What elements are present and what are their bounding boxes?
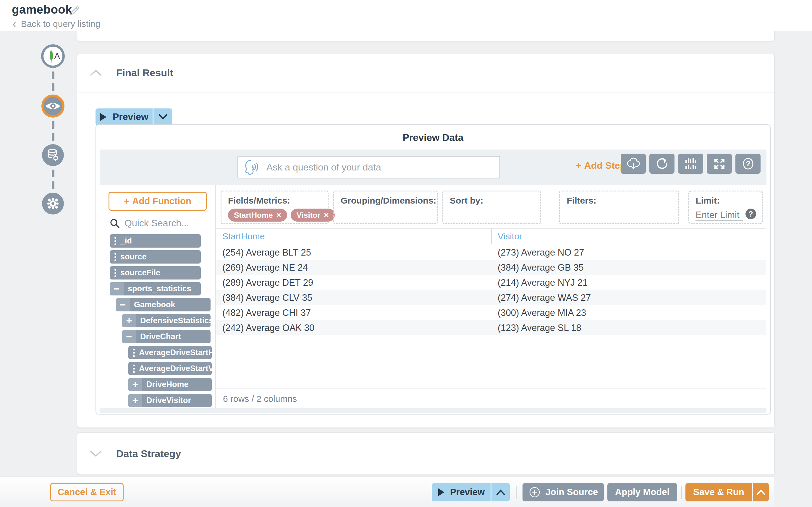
- expand-chevron-down-icon[interactable]: [90, 450, 102, 457]
- save-run-expand-button[interactable]: [753, 483, 769, 501]
- table-cell: (384) Average GB 35: [492, 260, 584, 275]
- save-run-button[interactable]: Save & Run: [686, 483, 752, 501]
- stepper-settings[interactable]: [42, 192, 64, 215]
- reset-icon: [656, 158, 668, 170]
- edit-title-pencil-icon[interactable]: [68, 5, 81, 18]
- limit-help-icon[interactable]: ?: [746, 209, 756, 219]
- divider: [681, 486, 682, 499]
- quick-search-input[interactable]: Quick Search...: [110, 218, 189, 229]
- chart-button[interactable]: [678, 154, 703, 174]
- data-strategy-heading: Data Strategy: [116, 448, 181, 459]
- table-cell: (384) Average CLV 35: [216, 290, 492, 305]
- column-header-visitor[interactable]: Visitor: [492, 229, 766, 244]
- help-button[interactable]: ?: [735, 154, 761, 174]
- cloud-download-icon: [626, 158, 640, 170]
- speech-head-icon: [243, 158, 262, 176]
- fields-metrics-chips: StartHome×Visitor×: [228, 209, 327, 222]
- table-row[interactable]: (242) Average OAK 30(123) Average SL 18: [216, 320, 766, 335]
- fields-metrics-dropzone[interactable]: Fields/Metrics: StartHome×Visitor×: [220, 190, 328, 224]
- field-pill-defensivestatistics[interactable]: +DefensiveStatistics: [122, 314, 210, 327]
- help-icon: ?: [742, 157, 755, 170]
- expand-plus-icon[interactable]: +: [128, 394, 142, 407]
- field-pill-drivevisitor[interactable]: +DriveVisitor: [128, 394, 212, 407]
- collapse-minus-icon[interactable]: −: [110, 282, 123, 295]
- preview-toolbox: Ask a question of your data + Add Step: [100, 150, 766, 413]
- reset-button[interactable]: [649, 154, 674, 174]
- field-pill-label: DriveChart: [136, 332, 181, 341]
- result-table-header: StartHome Visitor: [216, 228, 766, 244]
- add-function-button[interactable]: + Add Function: [108, 192, 207, 211]
- result-table-body: (254) Average BLT 25(273) Average NO 27(…: [216, 245, 766, 335]
- field-pill-sports_statistics[interactable]: −sports_statistics: [110, 282, 201, 295]
- query-stepper: A: [40, 44, 66, 215]
- field-pill-label: DriveVisitor: [142, 396, 191, 405]
- table-cell: (300) Average MIA 23: [492, 305, 586, 320]
- footer-preview-expand-button[interactable]: [492, 483, 510, 501]
- back-to-query-listing-link[interactable]: ‹ Back to query listing: [12, 19, 100, 29]
- table-cell: (269) Average NE 24: [216, 260, 492, 275]
- footer-preview-button[interactable]: Preview: [432, 483, 491, 501]
- field-pill-label: sports_statistics: [123, 284, 191, 293]
- collapse-minus-icon[interactable]: −: [116, 298, 130, 312]
- nlq-search-box[interactable]: Ask a question of your data: [238, 156, 500, 178]
- metric-chip-visitor[interactable]: Visitor×: [291, 209, 335, 222]
- table-row[interactable]: (254) Average BLT 25(273) Average NO 27: [216, 245, 766, 260]
- collapse-minus-icon[interactable]: −: [122, 330, 136, 343]
- add-step-button[interactable]: + Add Step: [576, 160, 626, 171]
- expand-plus-icon[interactable]: +: [122, 314, 136, 327]
- expand-plus-icon[interactable]: +: [128, 378, 142, 391]
- remove-chip-icon[interactable]: ×: [324, 210, 328, 220]
- chip-label: Visitor: [297, 211, 320, 220]
- stepper-connector: [52, 170, 54, 189]
- histogram-icon: [684, 158, 697, 170]
- play-icon: [438, 488, 445, 496]
- remove-chip-icon[interactable]: ×: [276, 210, 281, 220]
- stepper-connector: [52, 121, 54, 140]
- apply-model-button[interactable]: Apply Model: [607, 483, 677, 501]
- play-icon: [100, 113, 107, 121]
- svg-text:?: ?: [746, 159, 751, 168]
- field-pill-label: source: [116, 252, 147, 262]
- preview-button[interactable]: Preview: [96, 108, 153, 125]
- search-icon: [110, 218, 120, 228]
- preview-split-button: Preview: [96, 108, 172, 125]
- field-pill-_id[interactable]: _id: [110, 234, 201, 247]
- limit-label: Limit:: [696, 195, 762, 206]
- grouping-dropzone[interactable]: Grouping/Dimensions:: [333, 190, 438, 224]
- chevron-up-icon: [496, 489, 505, 495]
- field-pill-averagedrivestartvis[interactable]: AverageDriveStartVis…: [128, 362, 212, 375]
- field-pill-averagedrivestartho[interactable]: AverageDriveStartHo…: [128, 346, 212, 359]
- grouping-label: Grouping/Dimensions:: [341, 195, 437, 206]
- field-pill-sourcefile[interactable]: sourceFile: [110, 266, 201, 280]
- circle-plus-icon: [528, 486, 541, 498]
- table-row[interactable]: (482) Average CHI 37(300) Average MIA 23: [216, 305, 766, 320]
- field-column: + Add Function Quick Search... _idsource…: [100, 185, 216, 408]
- column-header-starthome[interactable]: StartHome: [216, 229, 492, 244]
- cancel-exit-button[interactable]: Cancel & Exit: [50, 483, 123, 501]
- limit-input[interactable]: [696, 210, 743, 221]
- preview-data-panel: Preview Data Ask a question of your data…: [96, 124, 771, 414]
- preview-dropdown-button[interactable]: [153, 108, 172, 125]
- chevron-left-icon: ‹: [12, 19, 16, 29]
- database-gear-icon: [46, 149, 59, 162]
- stepper-datasource[interactable]: A: [41, 44, 65, 68]
- stepper-data[interactable]: [42, 144, 64, 166]
- table-row[interactable]: (289) Average DET 29(214) Average NYJ 21: [216, 275, 766, 290]
- collapse-chevron-up-icon[interactable]: [90, 69, 102, 77]
- filters-dropzone[interactable]: Filters:: [559, 190, 679, 224]
- sort-dropzone[interactable]: Sort by:: [442, 190, 541, 224]
- table-row[interactable]: (384) Average CLV 35(274) Average WAS 27: [216, 290, 766, 305]
- expand-button[interactable]: [707, 154, 732, 174]
- metric-chip-starthome[interactable]: StartHome×: [228, 209, 287, 222]
- field-pill-source[interactable]: source: [110, 250, 201, 264]
- table-row[interactable]: (269) Average NE 24(384) Average GB 35: [216, 260, 766, 275]
- back-link-label: Back to query listing: [21, 19, 100, 29]
- join-source-button[interactable]: Join Source: [522, 483, 604, 501]
- field-pill-drivehome[interactable]: +DriveHome: [128, 378, 212, 391]
- field-pill-gamebook[interactable]: −Gamebook: [116, 298, 210, 312]
- stepper-preview-active[interactable]: [41, 95, 64, 118]
- field-pill-drivechart[interactable]: −DriveChart: [122, 330, 210, 343]
- field-pill-label: sourceFile: [116, 268, 160, 277]
- query-main-area: Fields/Metrics: StartHome×Visitor× Group…: [216, 185, 766, 408]
- cloud-download-button[interactable]: [621, 154, 646, 174]
